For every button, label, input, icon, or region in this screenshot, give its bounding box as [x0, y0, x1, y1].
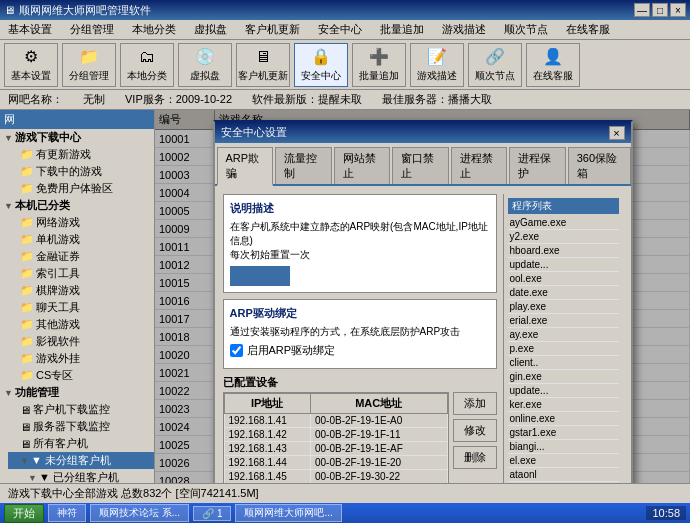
- sidebar-local-games[interactable]: ▼ 本机已分类: [0, 197, 154, 214]
- start-button[interactable]: 开始: [4, 504, 44, 523]
- sidebar-title: 网: [0, 110, 154, 129]
- menu-service[interactable]: 在线客服: [562, 20, 614, 39]
- add-button[interactable]: 添加: [453, 392, 497, 415]
- arp-driver-checkbox[interactable]: [230, 344, 243, 357]
- table-row[interactable]: 192.168.1.4400-0B-2F-19-1E-20: [224, 456, 447, 470]
- right-list-item: client..: [508, 356, 619, 370]
- modal-action-buttons: 添加 修改 删除: [453, 392, 497, 483]
- sidebar-item-chess[interactable]: 📁 棋牌游戏: [8, 282, 154, 299]
- sidebar-item-server-monitor[interactable]: 🖥 服务器下载监控: [8, 418, 154, 435]
- local-icon: 🗂: [135, 47, 159, 67]
- vip-info: VIP服务：2009-10-22: [125, 92, 232, 107]
- menu-security[interactable]: 安全中心: [314, 20, 366, 39]
- blue-indicator: [230, 266, 290, 286]
- close-button[interactable]: ×: [670, 3, 686, 17]
- toolbar-local-button[interactable]: 🗂 本地分类: [120, 43, 174, 87]
- modal-security: 安全中心设置 × ARP欺骗 流量控制 网站禁止 窗口禁止 进程禁止 进程保护 …: [213, 120, 633, 483]
- tab-360[interactable]: 360保险箱: [568, 147, 631, 184]
- menu-group[interactable]: 分组管理: [66, 20, 118, 39]
- menu-local[interactable]: 本地分类: [128, 20, 180, 39]
- sidebar-item-downloading[interactable]: 📁 下载中的游戏: [8, 163, 154, 180]
- taskbar-left: 开始 神符 顺网技术论坛 系... 🔗 1 顺网网维大师网吧...: [4, 504, 342, 523]
- taskbar-item-3[interactable]: 顺网网维大师网吧...: [235, 504, 341, 522]
- right-list-item: ayGame.exe: [508, 216, 619, 230]
- menu-bar: 基本设置 分组管理 本地分类 虚拟盘 客户机更新 安全中心 批量追加 游戏描述 …: [0, 20, 690, 40]
- tab-arp[interactable]: ARP欺骗: [217, 147, 274, 186]
- sidebar-item-other-tools[interactable]: 📁 影视软件: [8, 333, 154, 350]
- toolbar-group-button[interactable]: 📁 分组管理: [62, 43, 116, 87]
- describe-icon: 📝: [425, 47, 449, 67]
- sidebar-item-online[interactable]: 📁 网络游戏: [8, 214, 154, 231]
- cell-ip: 192.168.1.45: [224, 470, 310, 484]
- sidebar-item-chat[interactable]: 📁 聊天工具: [8, 299, 154, 316]
- toolbar-security-button[interactable]: 🔒 安全中心: [294, 43, 348, 87]
- minimize-button[interactable]: —: [634, 3, 650, 17]
- menu-basic[interactable]: 基本设置: [4, 20, 56, 39]
- sidebar-item-cs[interactable]: 📁 CS专区: [8, 367, 154, 384]
- status-bar: 游戏下载中心全部游戏 总数832个 [空间742141.5M]: [0, 483, 690, 503]
- edit-button[interactable]: 修改: [453, 419, 497, 442]
- right-list-item: el.exe: [508, 454, 619, 468]
- toolbar-nodes-label: 顺次节点: [475, 69, 515, 83]
- tab-window[interactable]: 窗口禁止: [392, 147, 448, 184]
- toolbar-service-label: 在线客服: [533, 69, 573, 83]
- modal-close-button[interactable]: ×: [609, 126, 625, 140]
- table-row[interactable]: 192.168.1.4100-0B-2F-19-1E-A0: [224, 414, 447, 428]
- folder-icon3: 📁: [20, 182, 34, 195]
- sidebar-item-grouped-clients[interactable]: ▼ ▼ 已分组客户机: [8, 469, 154, 483]
- sidebar-item-unknown-clients[interactable]: ▼ ▼ 未分组客户机: [8, 452, 154, 469]
- menu-client[interactable]: 客户机更新: [241, 20, 304, 39]
- tab-process-ban[interactable]: 进程禁止: [451, 147, 507, 184]
- sidebar-download-center[interactable]: ▼ 游戏下载中心: [0, 129, 154, 146]
- client-icon: 🖥: [251, 47, 275, 67]
- toolbar-virtual-label: 虚拟盘: [190, 69, 220, 83]
- sidebar-item-free-trial[interactable]: 📁 免费用户体验区: [8, 180, 154, 197]
- menu-batch[interactable]: 批量追加: [376, 20, 428, 39]
- taskbar-item-1[interactable]: 顺网技术论坛 系...: [90, 504, 189, 522]
- right-list-item: gin.exe: [508, 370, 619, 384]
- menu-describe[interactable]: 游戏描述: [438, 20, 490, 39]
- status-text: 游戏下载中心全部游戏 总数832个 [空间742141.5M]: [8, 486, 259, 501]
- toolbar-basic-button[interactable]: ⚙ 基本设置: [4, 43, 58, 87]
- toolbar-service-button[interactable]: 👤 在线客服: [526, 43, 580, 87]
- tab-process-protect[interactable]: 进程保护: [509, 147, 565, 184]
- main-area: 网 ▼ 游戏下载中心 📁 有更新游戏 📁 下载中的游戏 📁 免费用户体验区 ▼ …: [0, 110, 690, 483]
- user-value: 无制: [83, 92, 105, 107]
- table-row[interactable]: 192.168.1.4300-0B-2F-19-1E-AF: [224, 442, 447, 456]
- toolbar-client-button[interactable]: 🖥 客户机更新: [236, 43, 290, 87]
- sidebar-item-client-monitor[interactable]: 🖥 客户机下载监控: [8, 401, 154, 418]
- modal-section-driver: ARP驱动绑定 通过安装驱动程序的方式，在系统底层防护ARP攻击 启用ARP驱动…: [223, 299, 497, 369]
- toolbar-nodes-button[interactable]: 🔗 顺次节点: [468, 43, 522, 87]
- taskbar-item-0[interactable]: 神符: [48, 504, 86, 522]
- maximize-button[interactable]: □: [652, 3, 668, 17]
- sidebar-item-game-tools[interactable]: 📁 其他游戏: [8, 316, 154, 333]
- modal-left: 说明描述 在客户机系统中建立静态的ARP映射(包含MAC地址,IP地址信息)每次…: [223, 194, 497, 483]
- table-row[interactable]: 192.168.1.4500-0B-2F-19-30-22: [224, 470, 447, 484]
- sidebar-item-outside[interactable]: 📁 游戏外挂: [8, 350, 154, 367]
- toolbar-describe-button[interactable]: 📝 游戏描述: [410, 43, 464, 87]
- sidebar-item-new-games[interactable]: 📁 有更新游戏: [8, 146, 154, 163]
- menu-nodes[interactable]: 顺次节点: [500, 20, 552, 39]
- toolbar-batch-button[interactable]: ➕ 批量追加: [352, 43, 406, 87]
- ip-mac-table[interactable]: IP地址 MAC地址 192.168.1.4100-0B-2F-19-1E-A0…: [223, 392, 449, 483]
- downloading-label: 下载中的游戏: [36, 164, 102, 179]
- ip-mac-tbody: 192.168.1.4100-0B-2F-19-1E-A0192.168.1.4…: [224, 414, 447, 484]
- tab-website[interactable]: 网站禁止: [334, 147, 390, 184]
- table-row[interactable]: 192.168.1.4200-0B-2F-19-1F-11: [224, 428, 447, 442]
- sidebar-item-all-clients[interactable]: 🖥 所有客户机: [8, 435, 154, 452]
- right-panel-title: 程序列表: [508, 198, 619, 214]
- sidebar-item-finance[interactable]: 📁 金融证券: [8, 248, 154, 265]
- info-bar: 网吧名称： 无制 VIP服务：2009-10-22 软件最新版：提醒未取 最佳服…: [0, 90, 690, 110]
- sidebar-item-browser[interactable]: 📁 索引工具: [8, 265, 154, 282]
- delete-button[interactable]: 删除: [453, 446, 497, 469]
- menu-virtual[interactable]: 虚拟盘: [190, 20, 231, 39]
- tab-flow[interactable]: 流量控制: [275, 147, 331, 184]
- toolbar-virtual-button[interactable]: 💿 虚拟盘: [178, 43, 232, 87]
- sidebar-item-single[interactable]: 📁 单机游戏: [8, 231, 154, 248]
- cell-mac: 00-0B-2F-19-30-22: [310, 470, 447, 484]
- right-list-item: y2.exe: [508, 230, 619, 244]
- cell-ip: 192.168.1.42: [224, 428, 310, 442]
- taskbar-item-2[interactable]: 🔗 1: [193, 506, 231, 521]
- service-icon: 👤: [541, 47, 565, 67]
- sidebar-function[interactable]: ▼ 功能管理: [0, 384, 154, 401]
